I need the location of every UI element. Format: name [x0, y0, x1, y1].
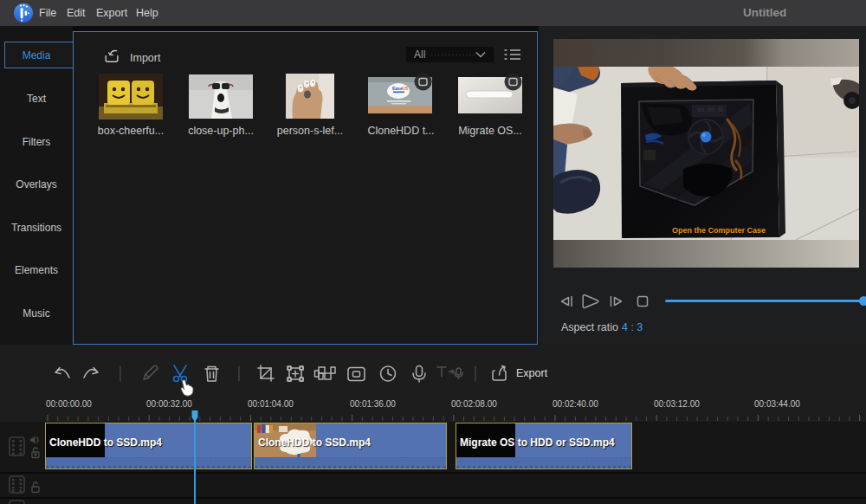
svg-text:Ease: Ease	[392, 86, 403, 91]
svg-text:Open the Computer Case: Open the Computer Case	[672, 226, 766, 235]
svg-text:US: US	[403, 86, 410, 91]
